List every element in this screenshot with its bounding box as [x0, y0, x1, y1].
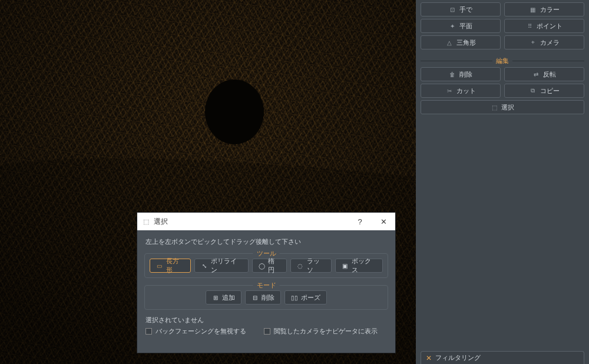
btn-point[interactable]: ⠿ポイント — [504, 19, 584, 33]
wrench-icon: ✕ — [426, 354, 432, 362]
label: フィルタリング — [435, 353, 481, 362]
select-icon: ⬚ — [142, 217, 150, 226]
help-button[interactable]: ? — [348, 213, 372, 230]
mode-remove[interactable]: ⊟削除 — [245, 290, 281, 305]
minus-icon: ⊟ — [252, 294, 259, 301]
box-icon: ▣ — [342, 262, 349, 269]
tool-lasso[interactable]: ◌ラッソ — [290, 259, 332, 273]
label: 閲覧したカメラをナビゲータに表示 — [274, 327, 378, 336]
tool-ellipse[interactable]: ◯楕円 — [252, 259, 287, 273]
mode-fieldset: モード ⊞追加 ⊟削除 ▯▯ポーズ — [144, 285, 388, 310]
mode-pause[interactable]: ▯▯ポーズ — [284, 290, 327, 305]
legend: ツール — [253, 249, 280, 258]
label: 削除 — [262, 293, 274, 302]
label: コピー — [540, 87, 560, 95]
mode-add[interactable]: ⊞追加 — [206, 290, 241, 305]
label: 楕円 — [268, 257, 280, 274]
btn-plane[interactable]: ✦平面 — [421, 19, 501, 33]
tool-rectangle[interactable]: ▭長方形 — [150, 259, 191, 273]
rect-icon: ▭ — [156, 262, 163, 269]
label: 反転 — [543, 70, 556, 79]
invert-icon: ⇄ — [532, 71, 540, 78]
copy-icon: ⧉ — [530, 87, 537, 94]
select-icon: ⬚ — [491, 104, 498, 111]
dialog-titlebar[interactable]: ⬚ 選択 ? ✕ — [137, 213, 395, 230]
label: 編集 — [492, 57, 512, 65]
legend: モード — [253, 281, 280, 290]
palette-icon: ▦ — [530, 6, 537, 13]
btn-color[interactable]: ▦カラー — [504, 2, 584, 16]
label: 長方形 — [166, 257, 185, 274]
lasso-icon: ◌ — [297, 262, 304, 269]
sidebar: ⊡手で ▦カラー ✦平面 ⠿ポイント △三角形 ⌖カメラ 編集 🗑削除 ⇄反転 … — [416, 0, 589, 364]
tools-fieldset: ツール ▭長方形 ⤡ポリライン ◯楕円 ◌ラッソ ▣ボックス — [144, 253, 388, 278]
ellipse-icon: ◯ — [259, 262, 266, 269]
instruction-text: 左上を左ボタンでピックしてドラッグ後離して下さい — [145, 237, 388, 246]
btn-camera[interactable]: ⌖カメラ — [504, 35, 584, 49]
tool-box[interactable]: ▣ボックス — [335, 259, 383, 273]
label: 平面 — [459, 22, 472, 31]
chk-ignore-backfacing[interactable]: バックフェーシングを無視する — [145, 327, 246, 336]
btn-copy[interactable]: ⧉コピー — [504, 84, 584, 98]
checkbox-icon — [145, 328, 152, 335]
camera-icon: ⌖ — [530, 39, 537, 46]
label: ポイント — [537, 22, 562, 31]
label: カット — [456, 87, 476, 95]
plus-icon: ⊞ — [212, 294, 219, 301]
label: 削除 — [459, 70, 472, 79]
label: カメラ — [540, 38, 560, 47]
plane-icon: ✦ — [449, 22, 456, 29]
edit-section-header: 編集 — [421, 57, 584, 65]
scissors-icon: ✂ — [446, 87, 453, 94]
btn-triangle[interactable]: △三角形 — [421, 35, 501, 49]
label: ポーズ — [301, 293, 320, 302]
label: バックフェーシングを無視する — [155, 327, 246, 336]
checkbox-icon — [264, 328, 270, 335]
svg-point-5 — [205, 80, 264, 144]
tab-filtering[interactable]: ✕ フィルタリング — [421, 351, 584, 364]
btn-invert[interactable]: ⇄反転 — [504, 67, 584, 81]
btn-delete[interactable]: 🗑削除 — [421, 67, 501, 81]
close-button[interactable]: ✕ — [372, 213, 395, 230]
label: ポリライン — [211, 257, 242, 274]
hand-icon: ⊡ — [449, 6, 456, 13]
points-icon: ⠿ — [526, 22, 533, 29]
label: ボックス — [352, 257, 376, 274]
polyline-icon: ⤡ — [201, 262, 208, 269]
tool-polyline[interactable]: ⤡ポリライン — [194, 259, 248, 273]
chk-show-in-navigator[interactable]: 閲覧したカメラをナビゲータに表示 — [264, 327, 378, 336]
label: 三角形 — [456, 38, 476, 47]
trash-icon: 🗑 — [449, 71, 456, 78]
btn-freehand[interactable]: ⊡手で — [421, 2, 501, 16]
pause-icon: ▯▯ — [291, 294, 298, 301]
btn-select[interactable]: ⬚選択 — [421, 100, 584, 114]
label: 選択 — [501, 103, 514, 112]
label: 手で — [459, 5, 472, 14]
selection-status: 選択されていません — [145, 316, 388, 325]
btn-cut[interactable]: ✂カット — [421, 84, 501, 98]
label: カラー — [540, 5, 560, 14]
label: ラッソ — [307, 257, 326, 274]
label: 追加 — [222, 293, 235, 302]
selection-dialog: ⬚ 選択 ? ✕ 左上を左ボタンでピックしてドラッグ後離して下さい ツール ▭長… — [137, 212, 396, 353]
dialog-title: 選択 — [154, 217, 168, 227]
triangle-icon: △ — [446, 39, 453, 46]
